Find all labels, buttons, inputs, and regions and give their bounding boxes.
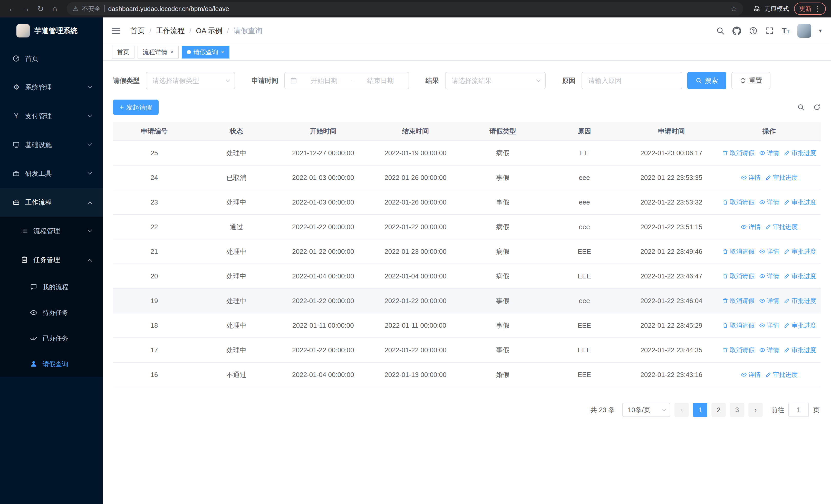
end-date-placeholder[interactable]: 结束日期 <box>357 76 403 85</box>
row-action-cancel[interactable]: 取消请假 <box>722 321 754 329</box>
leave-type-select[interactable]: 请选择请假类型 <box>146 72 235 89</box>
reason-input[interactable] <box>588 72 676 89</box>
sidebar-item-infrastructure[interactable]: 基础设施 <box>0 130 103 159</box>
sidebar-collapse-icon[interactable] <box>111 26 121 36</box>
row-action-cancel[interactable]: 取消请假 <box>722 149 754 157</box>
breadcrumb-workflow[interactable]: 工作流程 <box>156 26 185 36</box>
tag-home[interactable]: 首页 <box>112 46 135 59</box>
row-action-progress[interactable]: 审批进度 <box>784 247 816 256</box>
breadcrumb-oa-example[interactable]: OA 示例 <box>196 26 223 36</box>
page-button-3[interactable]: 3 <box>730 403 744 417</box>
fullscreen-icon[interactable] <box>765 26 774 35</box>
table-row: 25 处理中 2021-12-27 00:00:00 2022-01-19 00… <box>113 141 821 165</box>
gear-icon: ⚙ <box>12 83 20 91</box>
sidebar-item-done-tasks[interactable]: 已办任务 <box>0 325 103 351</box>
reason-label: 原因 <box>562 76 575 85</box>
github-icon[interactable] <box>733 26 741 35</box>
row-action-cancel[interactable]: 取消请假 <box>722 297 754 305</box>
breadcrumb-home[interactable]: 首页 <box>131 26 145 36</box>
goto-page-input[interactable] <box>789 403 809 417</box>
create-leave-button[interactable]: + 发起请假 <box>113 99 159 115</box>
filter-apply-time: 申请时间 开始日期 - 结束日期 <box>252 72 409 89</box>
home-button[interactable]: ⌂ <box>48 2 62 16</box>
url-text[interactable]: dashboard.yudao.iocoder.cn/bpm/oa/leave <box>108 5 727 12</box>
page-button-1[interactable]: 1 <box>693 403 707 417</box>
font-size-icon[interactable]: TT <box>782 26 790 35</box>
bookmark-star-icon[interactable]: ☆ <box>730 5 737 13</box>
reload-button[interactable]: ↻ <box>34 2 47 16</box>
row-action-progress[interactable]: 审批进度 <box>784 321 816 329</box>
sidebar-item-my-processes[interactable]: 我的流程 <box>0 274 103 300</box>
row-action-progress[interactable]: 审批进度 <box>784 297 816 305</box>
row-action-detail[interactable]: 详情 <box>741 370 761 379</box>
row-action-progress[interactable]: 审批进度 <box>765 370 798 379</box>
sidebar-item-process-management[interactable]: 流程管理 <box>0 216 103 245</box>
cell-leave-type: 病假 <box>462 214 544 239</box>
sidebar-item-home[interactable]: 首页 <box>0 44 103 73</box>
row-action-progress[interactable]: 审批进度 <box>765 223 798 231</box>
sidebar-item-dev-tools[interactable]: 研发工具 <box>0 159 103 188</box>
row-action-detail[interactable]: 详情 <box>741 223 761 231</box>
kebab-menu-icon[interactable]: ⋮ <box>814 5 821 13</box>
cell-start-time: 2022-01-11 00:00:00 <box>277 313 369 338</box>
row-action-cancel[interactable]: 取消请假 <box>722 346 754 354</box>
close-icon[interactable]: × <box>221 49 224 55</box>
row-action-detail[interactable]: 详情 <box>759 272 779 280</box>
row-action-progress[interactable]: 审批进度 <box>765 174 798 182</box>
result-select[interactable]: 请选择流结果 <box>445 72 546 89</box>
tag-process-detail[interactable]: 流程详情 × <box>138 46 179 59</box>
user-avatar[interactable] <box>797 24 811 38</box>
sidebar-item-task-management[interactable]: 任务管理 <box>0 245 103 274</box>
close-icon[interactable]: × <box>170 49 173 55</box>
avatar-dropdown-caret-icon[interactable]: ▾ <box>819 27 822 34</box>
row-action-cancel[interactable]: 取消请假 <box>722 272 754 280</box>
back-button[interactable]: ← <box>5 2 19 16</box>
row-action-cancel[interactable]: 取消请假 <box>722 247 754 256</box>
row-actions: 取消请假详情审批进度 <box>718 321 821 329</box>
date-range-picker[interactable]: 开始日期 - 结束日期 <box>284 72 409 89</box>
search-button[interactable]: 搜索 <box>687 72 726 89</box>
security-warning-label[interactable]: 不安全 <box>82 5 101 13</box>
cell-start-time: 2021-12-27 00:00:00 <box>277 141 369 165</box>
row-action-detail[interactable]: 详情 <box>759 297 779 305</box>
cell-actions: 取消请假详情审批进度 <box>718 141 821 165</box>
chevron-down-icon <box>88 84 92 88</box>
page-size-select[interactable]: 10条/页 <box>622 403 670 417</box>
row-actions: 取消请假详情审批进度 <box>718 247 821 256</box>
next-page-button[interactable]: › <box>748 403 763 417</box>
start-date-placeholder[interactable]: 开始日期 <box>301 76 347 85</box>
browser-menu-button[interactable]: 更新 ⋮ <box>794 3 826 15</box>
prev-page-button[interactable]: ‹ <box>675 403 689 417</box>
row-action-progress[interactable]: 审批进度 <box>784 346 816 354</box>
sidebar-item-payment[interactable]: ¥ 支付管理 <box>0 101 103 130</box>
cell-actions: 详情审批进度 <box>718 362 821 387</box>
row-action-progress[interactable]: 审批进度 <box>784 149 816 157</box>
refresh-icon[interactable] <box>813 103 821 111</box>
address-bar[interactable]: ⚠ 不安全 dashboard.yudao.iocoder.cn/bpm/oa/… <box>67 2 743 16</box>
cell-end-time: 2022-01-11 00:00:00 <box>369 313 462 338</box>
row-action-cancel[interactable]: 取消请假 <box>722 198 754 206</box>
row-action-detail[interactable]: 详情 <box>759 198 779 206</box>
sidebar-item-leave-query[interactable]: 请假查询 <box>0 351 103 377</box>
search-icon[interactable] <box>716 26 725 35</box>
row-action-progress[interactable]: 审批进度 <box>784 198 816 206</box>
leave-type-label: 请假类型 <box>113 76 140 85</box>
forward-button[interactable]: → <box>20 2 33 16</box>
sidebar-menu: 首页 ⚙ 系统管理 ¥ 支付管理 基础设施 <box>0 44 103 377</box>
help-icon[interactable] <box>749 26 757 35</box>
reset-button[interactable]: 重置 <box>732 72 770 89</box>
page-button-2[interactable]: 2 <box>711 403 726 417</box>
row-action-detail[interactable]: 详情 <box>741 174 761 182</box>
row-action-progress[interactable]: 审批进度 <box>784 272 816 280</box>
cell-start-time: 2022-01-04 00:00:00 <box>277 362 369 387</box>
sidebar-item-system[interactable]: ⚙ 系统管理 <box>0 73 103 101</box>
search-icon <box>695 77 702 84</box>
row-action-detail[interactable]: 详情 <box>759 149 779 157</box>
sidebar-item-todo-tasks[interactable]: 待办任务 <box>0 300 103 325</box>
row-action-detail[interactable]: 详情 <box>759 321 779 329</box>
row-action-detail[interactable]: 详情 <box>759 346 779 354</box>
row-action-detail[interactable]: 详情 <box>759 247 779 256</box>
search-toggle-icon[interactable] <box>797 103 805 111</box>
tag-leave-query[interactable]: 请假查询 × <box>182 46 229 59</box>
sidebar-item-workflow[interactable]: 工作流程 <box>0 188 103 216</box>
